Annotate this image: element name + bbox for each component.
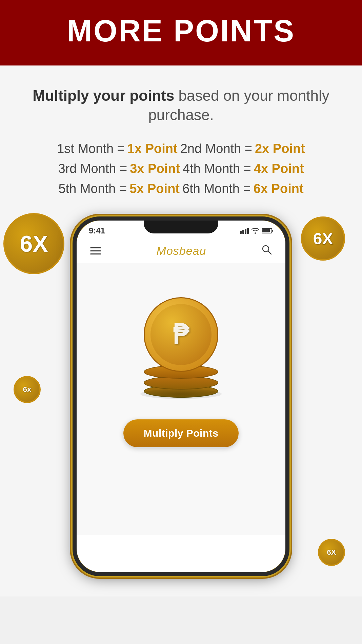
month-3-label: 3rd Month = xyxy=(58,162,127,176)
multiply-points-button[interactable]: Multiply Points xyxy=(123,419,239,447)
month-2-value: 2x Point xyxy=(255,141,305,156)
battery-icon xyxy=(262,228,273,234)
signal-icon xyxy=(240,228,249,234)
month-6-label: 6th Month = xyxy=(182,182,251,196)
wifi-icon xyxy=(252,228,259,234)
month-3-value: 3x Point xyxy=(130,162,180,176)
subtitle-text: Multiply your points based on your month… xyxy=(14,86,348,125)
iphone-screen: 9:41 xyxy=(77,221,285,572)
svg-rect-0 xyxy=(240,231,242,234)
badge-large-right: 6X xyxy=(301,216,345,261)
points-row-2: 3rd Month = 3x Point 4th Month = 4x Poin… xyxy=(14,162,348,176)
iphone-notch xyxy=(144,221,218,233)
phone-area: 6X 6X 6x 6X 9:41 xyxy=(14,210,348,583)
svg-rect-5 xyxy=(262,229,270,232)
coin-top: ₱ xyxy=(144,297,218,372)
month-6-value: 6x Point xyxy=(254,182,304,196)
svg-rect-6 xyxy=(272,230,273,232)
badge-small-left: 6x xyxy=(14,376,41,403)
page-title: MORE POINTS xyxy=(7,14,355,49)
coin-symbol: ₱ xyxy=(150,304,212,365)
svg-line-8 xyxy=(268,251,271,254)
app-logo: Mosbeau xyxy=(157,244,206,258)
nav-bar: Mosbeau xyxy=(77,239,285,263)
subtitle-bold: Multiply your points xyxy=(33,87,174,104)
month-1-label: 1st Month = xyxy=(57,141,125,156)
content-section: Multiply your points based on your month… xyxy=(0,65,362,596)
svg-rect-2 xyxy=(245,229,246,234)
status-icons xyxy=(240,228,273,234)
points-row-1: 1st Month = 1x Point 2nd Month = 2x Poin… xyxy=(14,141,348,156)
subtitle-regular: based on your monthly purchase. xyxy=(148,87,329,123)
month-4-value: 4x Point xyxy=(254,162,304,176)
badge-small-right-bottom: 6X xyxy=(318,539,345,566)
points-grid: 1st Month = 1x Point 2nd Month = 2x Poin… xyxy=(14,141,348,196)
iphone-frame: 9:41 xyxy=(73,216,289,576)
app-content: ₱ Multiply Points xyxy=(77,263,285,535)
points-row-3: 5th Month = 5x Point 6th Month = 6x Poin… xyxy=(14,182,348,196)
status-time: 9:41 xyxy=(89,226,105,235)
search-icon[interactable] xyxy=(262,245,272,257)
header-section: MORE POINTS xyxy=(0,0,362,65)
svg-rect-1 xyxy=(242,230,244,234)
badge-large-left: 6X xyxy=(3,213,64,274)
month-5-label: 5th Month = xyxy=(58,182,127,196)
hamburger-menu[interactable] xyxy=(90,247,101,254)
month-2-label: 2nd Month = xyxy=(180,141,252,156)
coin-stack: ₱ xyxy=(137,297,225,392)
coin-shadow xyxy=(140,389,222,399)
month-5-value: 5x Point xyxy=(129,182,180,196)
svg-rect-3 xyxy=(247,228,249,234)
month-1-value: 1x Point xyxy=(127,141,178,156)
month-4-label: 4th Month = xyxy=(183,162,251,176)
